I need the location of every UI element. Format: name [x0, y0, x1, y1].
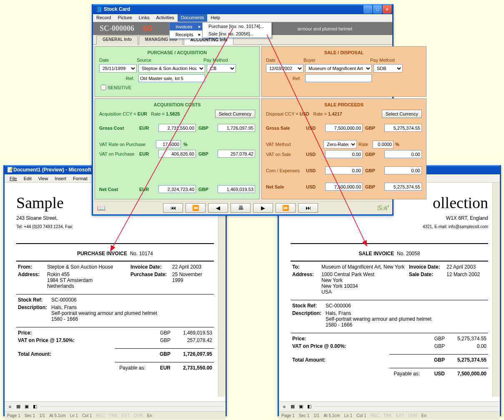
invoice-title: SALE INVOICE No. 20058: [291, 251, 488, 257]
sale-buyer[interactable]: Museum of Magnificent Art: [305, 64, 372, 73]
sale-proceeds-panel: SALE PROCEEDS Disposal CCY = USD Rate = …: [261, 98, 426, 199]
sale-panel: SALE / DISPOSAL Date Buyer Pay Method 12…: [261, 46, 426, 97]
sensitive-checkbox[interactable]: [99, 85, 108, 90]
gross-cost-eur[interactable]: [158, 124, 196, 132]
chevron-right-icon: ▸: [198, 24, 201, 29]
chevron-right-icon: ▸: [198, 32, 201, 37]
menu-edit[interactable]: Edit: [20, 175, 35, 182]
purchase-pay[interactable]: CB: [207, 64, 236, 73]
normal-view-icon[interactable]: ≡: [281, 403, 288, 410]
purchase-ref[interactable]: [138, 74, 205, 82]
menu-view[interactable]: View: [35, 175, 52, 182]
menu-links[interactable]: Links: [135, 14, 153, 22]
menu-activities[interactable]: Activities: [153, 14, 177, 22]
word-icon: 📝: [7, 167, 13, 173]
nav-prev-page[interactable]: ⏪: [186, 203, 206, 213]
accounting-body: PURCHASE / ACQUISITION Date Source Pay M…: [93, 44, 392, 201]
vat-purchase-gbp[interactable]: [218, 150, 255, 158]
purchase-panel: PURCHASE / ACQUISITION Date Source Pay M…: [95, 46, 260, 97]
close-button[interactable]: ×: [383, 5, 391, 13]
window-title: Stock Card: [104, 6, 130, 12]
outline-view-icon[interactable]: ◧: [31, 403, 39, 410]
invoice-amounts: Price:GBP1,469,019.53 VAT on Price @ 17.…: [16, 329, 214, 344]
print-view-icon[interactable]: ▣: [297, 403, 305, 410]
menu-record[interactable]: Record: [93, 14, 114, 22]
scrollbar[interactable]: [492, 183, 500, 397]
invoice-payable: Payable as:USD7,500,000.00: [291, 370, 488, 377]
vat-purchase-eur[interactable]: [158, 150, 196, 158]
nav-next[interactable]: ▶: [253, 203, 273, 213]
gross-sale-usd[interactable]: [325, 124, 363, 132]
vat-rate-sale[interactable]: [373, 141, 394, 148]
menubar[interactable]: Record Picture Links Activities Document…: [93, 14, 392, 22]
purchase-source[interactable]: Steptoe & Son Auction Hou: [138, 64, 205, 73]
menu-help[interactable]: Help: [207, 14, 223, 22]
net-sale-usd[interactable]: [325, 183, 363, 191]
invoice-header: From: Steptoe & Son Auction House Invoic…: [16, 263, 214, 290]
select-currency-button[interactable]: Select Currency: [382, 110, 422, 118]
invoice-body: Stock Ref:SC-000006 Description: Hals, F…: [291, 302, 488, 329]
word-title: Document1 (Preview) - Microsoft: [13, 167, 91, 173]
book-icon[interactable]: 📖: [97, 204, 105, 212]
outline-view-icon[interactable]: ◧: [306, 403, 313, 410]
word-statusbar: Page 1Sec 11/1 At 5.1cmLn 1Col 1 RECTRKE…: [5, 411, 226, 420]
word-view-toolbar[interactable]: ≡ ▦ ▣ ◧: [279, 401, 500, 411]
menu-picture[interactable]: Picture: [114, 14, 135, 22]
word-statusbar: Page 1Sec 11/1 At 5.1cmLn 1Col 1 RECTRKE…: [279, 411, 500, 420]
company-address1: W1X 6RT, England: [291, 215, 488, 221]
stock-id: SC-000006: [100, 24, 134, 33]
invoice-total: Total Amount:GBP1,726,097.95: [16, 350, 214, 358]
submenu-sale-invoice[interactable]: Sale [inv. no. 20058]...: [203, 30, 271, 38]
net-sale-gbp[interactable]: [384, 183, 422, 191]
com-usd[interactable]: [325, 166, 363, 174]
word-view-toolbar[interactable]: ≡ ▦ ▣ ◧: [5, 401, 226, 411]
invoices-submenu[interactable]: Purchase [inv. no. 10174]... Sale [inv. …: [202, 22, 272, 38]
web-view-icon[interactable]: ▦: [15, 403, 22, 410]
vat-method[interactable]: Zero-Rated: [323, 140, 357, 148]
company-address1: 243 Sloane Street,: [16, 215, 214, 221]
invoice-body: Stock Ref:SC-000006 Description: Hals, F…: [16, 296, 214, 323]
vat-sale-usd[interactable]: [325, 150, 363, 158]
sale-date[interactable]: 12/03/2002: [266, 64, 303, 73]
gross-sale-gbp[interactable]: [384, 124, 422, 132]
select-currency-button[interactable]: Select Currency: [215, 110, 255, 118]
vat-rate-purchase[interactable]: [156, 140, 181, 148]
net-cost-gbp[interactable]: [218, 185, 255, 193]
header-desc: armour and plumed helmet: [298, 26, 352, 31]
nav-footer: 📖 ⏮ ⏪ ◀ 🖶 ▶ ⏩ ⏭ 𝒢ℛ: [93, 201, 392, 214]
word-page-right: ollection W1X 6RT, England 4321, E-mail:…: [279, 186, 500, 398]
company-address2: Tel: +44 (0)20 7493 1234, Fax:: [16, 224, 214, 229]
nav-print[interactable]: 🖶: [231, 203, 251, 213]
menu-format[interactable]: Format: [70, 175, 91, 182]
invoice-total: Total Amount:GBP5,275,374.55: [291, 356, 488, 364]
menu-file[interactable]: File: [6, 175, 20, 182]
nav-last[interactable]: ⏭: [298, 203, 318, 213]
vat-sale-gbp[interactable]: [384, 150, 422, 158]
menu-documents[interactable]: Documents: [178, 14, 208, 22]
titlebar[interactable]: 📘 Stock Card _ □ ×: [93, 4, 392, 14]
normal-view-icon[interactable]: ≡: [6, 403, 14, 410]
gross-cost-gbp[interactable]: [218, 124, 255, 132]
signature-icon[interactable]: 𝒢ℛ: [376, 204, 388, 212]
sale-ref[interactable]: [305, 74, 372, 82]
maximize-button[interactable]: □: [373, 5, 382, 13]
company-address2: 4321, E-mail: info@samplecoll.com: [291, 224, 488, 229]
tab-general[interactable]: GENERAL Info: [96, 35, 138, 45]
menu-insert[interactable]: Insert: [51, 175, 70, 182]
app-icon: 📘: [95, 6, 102, 13]
purchase-date[interactable]: 25/11/1999: [99, 64, 137, 73]
com-gbp[interactable]: [384, 166, 422, 174]
web-view-icon[interactable]: ▦: [289, 403, 296, 410]
sold-badge: SO: [143, 25, 152, 33]
print-view-icon[interactable]: ▣: [23, 403, 30, 410]
invoice-amounts: Price:GBP5,275,374.55 VAT on Price @ 0.0…: [291, 335, 488, 350]
stock-card-window: 📘 Stock Card _ □ × Record Picture Links …: [92, 4, 394, 216]
sale-pay[interactable]: SDB: [374, 64, 403, 73]
net-cost-eur[interactable]: [158, 185, 196, 193]
minimize-button[interactable]: _: [364, 5, 372, 13]
nav-prev[interactable]: ◀: [208, 203, 228, 213]
nav-first[interactable]: ⏮: [163, 203, 183, 213]
nav-next-page[interactable]: ⏩: [276, 203, 296, 213]
submenu-purchase-invoice[interactable]: Purchase [inv. no. 10174]...: [203, 23, 271, 30]
invoice-title: PURCHASE INVOICE No. 10174: [16, 251, 214, 257]
